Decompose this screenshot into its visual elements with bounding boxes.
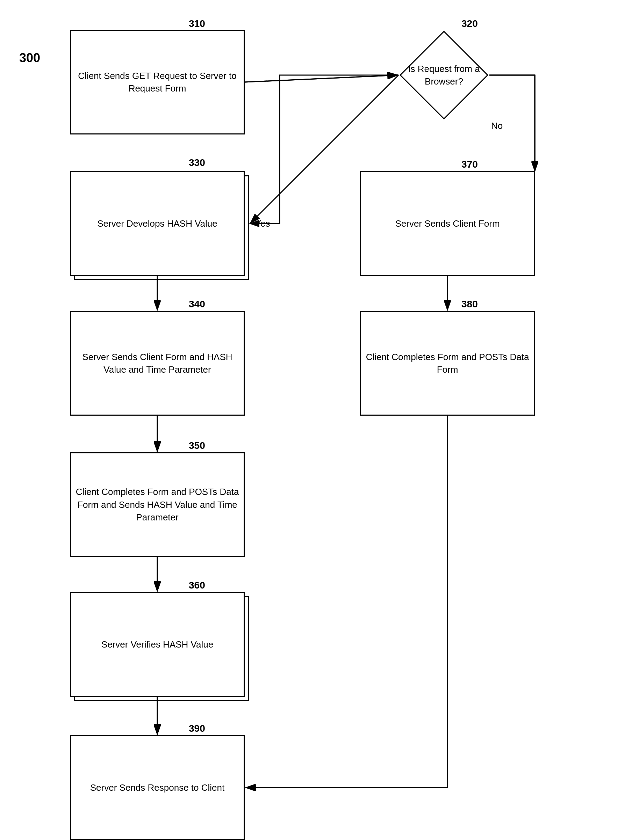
box-390: Server Sends Response to Client [70, 735, 245, 840]
box-380-text: Client Completes Form and POSTs Data For… [365, 351, 530, 376]
label-310: 310 [189, 18, 205, 29]
box-360: Server Verifies HASH Value [70, 592, 245, 697]
main-label-300: 300 [19, 51, 40, 65]
diamond-320-label: Is Request from a Browser? [399, 30, 490, 120]
label-320: 320 [461, 18, 478, 29]
box-340-text: Server Sends Client Form and HASH Value … [75, 351, 240, 376]
box-370-text: Server Sends Client Form [395, 217, 499, 230]
arrow-label-yes: Yes [255, 218, 270, 229]
box-310-text: Client Sends GET Request to Server to Re… [75, 70, 240, 95]
box-390-text: Server Sends Response to Client [90, 781, 224, 794]
label-350: 350 [189, 440, 205, 451]
label-380: 380 [461, 299, 478, 310]
box-350: Client Completes Form and POSTs Data For… [70, 452, 245, 557]
label-370: 370 [461, 159, 478, 170]
box-380: Client Completes Form and POSTs Data For… [360, 311, 535, 416]
label-330: 330 [189, 157, 205, 168]
box-310: Client Sends GET Request to Server to Re… [70, 30, 245, 135]
flowchart-diagram: 300 310 Client Sends GET Request to Serv… [0, 0, 639, 840]
arrow-label-no: No [491, 120, 503, 132]
label-390: 390 [189, 723, 205, 734]
box-330: Server Develops HASH Value [70, 171, 245, 276]
svg-line-2 [245, 75, 398, 82]
label-360: 360 [189, 580, 205, 591]
label-340: 340 [189, 299, 205, 310]
svg-line-14 [245, 75, 398, 82]
box-350-text: Client Completes Form and POSTs Data For… [75, 485, 240, 523]
box-370: Server Sends Client Form [360, 171, 535, 276]
box-340: Server Sends Client Form and HASH Value … [70, 311, 245, 416]
